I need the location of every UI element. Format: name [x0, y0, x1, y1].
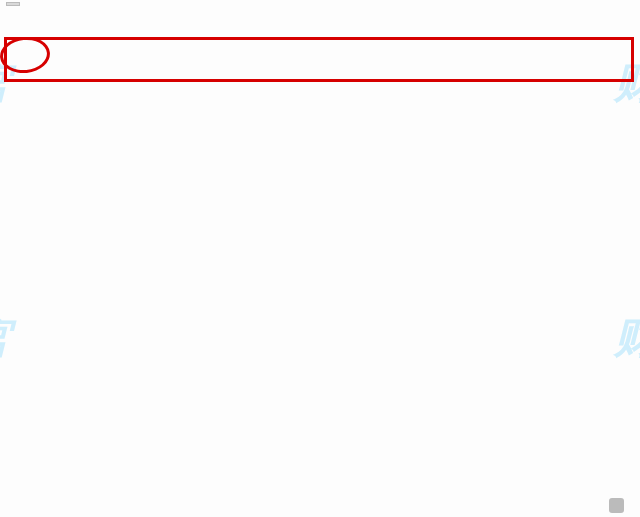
index-tab[interactable] [6, 2, 20, 6]
footer-credit [609, 498, 628, 513]
highlight-circle [0, 34, 52, 75]
source-icon [609, 498, 624, 513]
table-header [0, 0, 640, 37]
watermark: 财 [614, 55, 640, 111]
watermark: 官 [0, 310, 14, 366]
watermark: 财 [614, 310, 640, 366]
highlight-rectangle [4, 37, 634, 82]
stock-table-screenshot: 官 财 官 财 [0, 0, 640, 517]
watermark: 官 [0, 55, 14, 111]
